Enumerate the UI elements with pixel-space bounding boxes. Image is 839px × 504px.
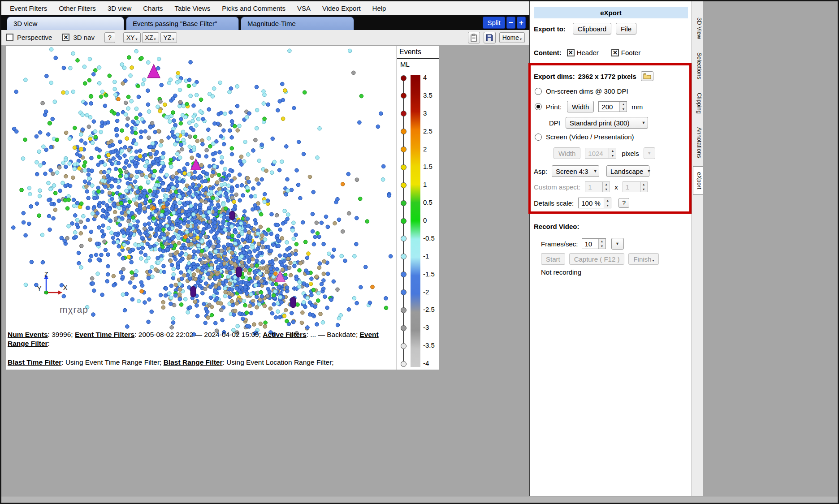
tab-events-passing-base-filter[interactable]: Events passing "Base Filter" — [126, 17, 239, 30]
menu-item-other-filters[interactable]: Other Filters — [53, 4, 102, 12]
legend-tick-label: -2.5 — [423, 306, 435, 313]
print-radio[interactable] — [535, 103, 542, 110]
spin-down-icon[interactable] — [604, 203, 611, 208]
pixels-label: pixels — [622, 150, 639, 157]
legend-marker-circle — [401, 182, 407, 188]
spin-up-icon[interactable] — [599, 239, 605, 244]
export-file-button[interactable]: File — [616, 23, 636, 34]
view-button-label: YZ — [164, 34, 172, 41]
print-width-button[interactable]: Width — [567, 101, 594, 112]
app-window: Event FiltersOther Filters3D viewChartsT… — [0, 0, 839, 504]
footer-checkbox[interactable] — [611, 49, 619, 56]
record-finish-button[interactable]: Finish ▾ — [628, 253, 659, 265]
screen-radio[interactable] — [535, 134, 542, 141]
legend-marker-circle — [401, 146, 407, 152]
screen-width-value: 1024 — [585, 148, 609, 158]
fps-preset-select[interactable]: ▼ — [611, 238, 624, 250]
plane-view-buttons: XY▾XZ▾YZ▾ — [123, 32, 177, 43]
aspect-value: Screen 4:3 — [552, 168, 592, 175]
menu-item-event-filters[interactable]: Event Filters — [4, 4, 53, 12]
pixels-unit-select[interactable]: ▼ — [644, 147, 655, 159]
fps-spinner[interactable]: 10 — [582, 238, 606, 249]
legend-marker-circle — [401, 164, 407, 170]
spin-up-icon[interactable] — [620, 102, 627, 107]
collapse-button[interactable]: − — [506, 17, 515, 29]
screen-width-button[interactable]: Width — [554, 147, 580, 159]
home-button[interactable]: Home ▾ — [499, 32, 525, 43]
record-start-button[interactable]: Start — [541, 253, 565, 265]
legend-tick-label: 2.5 — [423, 127, 432, 135]
spinner-arrows[interactable] — [609, 148, 616, 158]
side-tab-selections[interactable]: Selections — [693, 47, 703, 85]
menu-item-help[interactable]: Help — [367, 4, 392, 12]
axis-x-label: X — [63, 284, 68, 291]
spin-up-icon[interactable] — [604, 198, 611, 203]
details-scale-spinner[interactable]: 100 % — [578, 198, 611, 208]
side-tab-3d-view[interactable]: 3D View — [693, 12, 703, 44]
print-width-spinner[interactable]: 200 — [598, 101, 627, 112]
legend-tick-label: 3 — [423, 109, 427, 117]
orientation-select[interactable]: Landscape ▼ — [606, 165, 649, 177]
chevron-down-icon: ▼ — [644, 151, 655, 155]
details-help-button[interactable]: ? — [618, 198, 629, 208]
tab-controls: Split − + — [483, 17, 526, 29]
spinner-arrows[interactable] — [640, 182, 647, 192]
menu-item-video-export[interactable]: Video Export — [316, 4, 367, 12]
spin-down-icon[interactable] — [603, 187, 610, 192]
3d-view-canvas[interactable]: Z Y X mχrap Num Events: 39996; Event Tim… — [6, 46, 439, 370]
side-tab-annotations[interactable]: Annotations — [693, 122, 703, 164]
spinner-arrows[interactable] — [602, 182, 610, 192]
menu-item-table-views[interactable]: Table Views — [169, 4, 216, 12]
spin-down-icon[interactable] — [609, 153, 616, 158]
view-xy-button[interactable]: XY▾ — [123, 32, 141, 43]
menu-item-3d-view[interactable]: 3D view — [102, 4, 137, 12]
floppy-disk-icon — [486, 34, 493, 41]
spin-up-icon[interactable] — [603, 182, 610, 187]
side-tab-export[interactable]: eXport — [693, 166, 703, 195]
browse-folder-button[interactable] — [641, 71, 653, 81]
split-button[interactable]: Split — [483, 17, 505, 29]
chevron-down-icon: ▼ — [640, 121, 648, 125]
spinner-arrows[interactable] — [619, 102, 627, 112]
tab-magnitude-time[interactable]: Magnitude-Time — [241, 17, 354, 30]
view-yz-button[interactable]: YZ▾ — [160, 32, 177, 43]
content-label: Content: — [534, 49, 562, 56]
header-checkbox-label: Header — [577, 49, 599, 56]
menu-item-picks-and-comments[interactable]: Picks and Comments — [216, 4, 291, 12]
menu-item-vsa[interactable]: VSA — [291, 4, 316, 12]
export-clipboard-button[interactable]: Clipboard — [573, 23, 611, 34]
spin-down-icon[interactable] — [620, 107, 627, 112]
axis-triad: Z Y X — [34, 271, 69, 302]
spin-down-icon[interactable] — [599, 244, 605, 249]
side-tab-clipping[interactable]: Clipping — [693, 87, 703, 119]
help-button[interactable]: ? — [104, 32, 115, 43]
menu-item-charts[interactable]: Charts — [137, 4, 169, 12]
events-footer-line1: Num Events: 39996; Event Time Filters: 2… — [8, 330, 385, 348]
legend-marker-circle — [401, 343, 407, 349]
record-capture-button[interactable]: Capture ( F12 ) — [569, 253, 625, 265]
spin-up-icon[interactable] — [640, 182, 647, 187]
spin-up-icon[interactable] — [609, 148, 616, 153]
screen-width-spinner[interactable]: 1024 — [585, 148, 616, 159]
save-image-button[interactable] — [484, 32, 496, 43]
header-checkbox[interactable] — [567, 49, 575, 56]
view-xz-button[interactable]: XZ▾ — [142, 32, 159, 43]
onscreen-dims-radio[interactable] — [535, 88, 542, 95]
3d-nav-checkbox[interactable] — [62, 34, 69, 41]
axis-z-label: Z — [44, 271, 48, 278]
aspect-select[interactable]: Screen 4:3 ▼ — [552, 165, 599, 177]
expand-button[interactable]: + — [517, 17, 526, 29]
custom-aspect-y-spinner[interactable]: 1 — [623, 181, 648, 192]
spin-down-icon[interactable] — [640, 187, 647, 192]
menubar: Event FiltersOther Filters3D viewChartsT… — [1, 1, 529, 15]
perspective-checkbox[interactable] — [6, 34, 13, 41]
custom-aspect-x-spinner[interactable]: 1 — [585, 181, 610, 192]
spinner-arrows[interactable] — [598, 239, 605, 249]
axis-y-label: Y — [37, 285, 42, 292]
copy-to-clipboard-button[interactable] — [468, 32, 480, 43]
fps-value: 10 — [582, 239, 598, 249]
dpi-select[interactable]: Standard print (300) ▼ — [566, 117, 648, 129]
tab-3d-view[interactable]: 3D view — [7, 17, 124, 30]
spinner-arrows[interactable] — [604, 198, 611, 208]
events-scatter-plot — [6, 46, 396, 368]
